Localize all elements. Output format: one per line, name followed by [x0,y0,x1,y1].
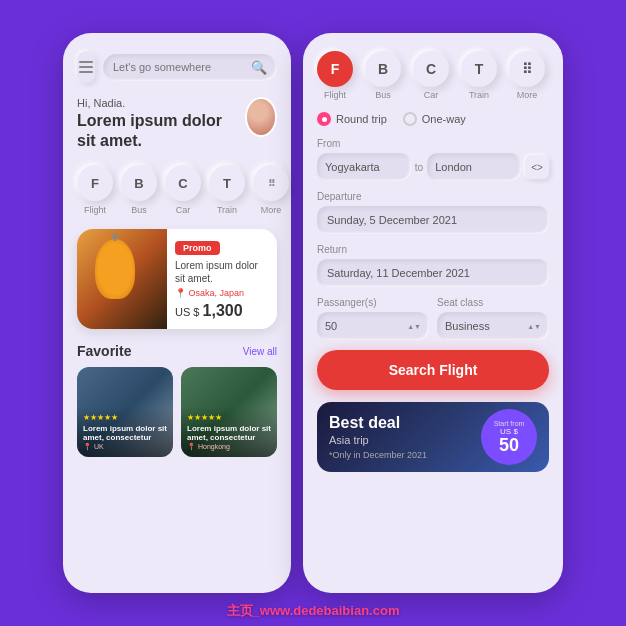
favorite-grid: ★★★★★ Lorem ipsum dolor sit amet, consec… [77,367,277,457]
flight-icon-circle[interactable]: F [77,165,113,201]
train-tab-label: Train [469,90,489,100]
bus-tab-label: Bus [375,90,391,100]
passengers-col: Passanger(s) 50 ▲▼ [317,297,429,340]
price-amount: 1,300 [203,302,243,319]
flight-label: Flight [84,205,106,215]
section-title: Favorite [77,343,131,359]
lantern-decoration [95,239,135,299]
departure-field[interactable]: Sunday, 5 December 2021 [317,206,549,234]
passengers-select[interactable]: 50 ▲▼ [317,312,429,340]
tab-more[interactable]: ⠿ More [509,51,545,100]
greeting-row: Hi, Nadia. Lorem ipsum dolor sit amet. [77,97,277,151]
seat-class-col: Seat class Business ▲▼ [437,297,549,340]
passengers-arrows[interactable]: ▲▼ [407,323,421,330]
watermark: 主页_www.dedebaibian.com [227,602,400,620]
swap-icon: <> [531,162,543,173]
promo-price: US $ 1,300 [175,302,269,320]
avatar [245,97,277,137]
cat-train[interactable]: T Train [209,165,245,215]
category-row: F Flight B Bus C Car T Train ⠿ More [77,165,277,215]
search-icon: 🔍 [251,60,267,75]
fav-stars-hk: ★★★★★ [187,413,271,422]
seat-class-select[interactable]: Business ▲▼ [437,312,549,340]
view-all-link[interactable]: View all [243,346,277,357]
search-flight-button[interactable]: Search Flight [317,350,549,390]
one-way-label: One-way [422,113,466,125]
more-icon-circle[interactable]: ⠿ [253,165,289,201]
nav-tabs: F Flight B Bus C Car T Train ⠿ More [317,51,549,100]
fav-name-hk: Lorem ipsum dolor sit amet, consectetur [187,424,271,443]
search-input[interactable] [113,61,251,73]
passengers-label: Passanger(s) [317,297,429,308]
bus-tab-circle[interactable]: B [365,51,401,87]
greeting-text: Hi, Nadia. [77,97,245,109]
flight-tab-circle[interactable]: F [317,51,353,87]
one-way-dot[interactable] [403,112,417,126]
favorite-section: Favorite View all ★★★★★ Lorem ipsum dolo… [77,343,277,457]
return-label: Return [317,244,549,255]
from-label: From [317,138,549,149]
train-tab-circle[interactable]: T [461,51,497,87]
bus-icon-circle[interactable]: B [121,165,157,201]
fav-location-uk: 📍 UK [83,443,167,451]
departure-label: Departure [317,191,549,202]
best-deal-price-circle: Start from US $ 50 [481,409,537,465]
return-field[interactable]: Saturday, 11 December 2021 [317,259,549,287]
trip-type-row: Round trip One-way [317,112,549,126]
hamburger-line [79,66,93,68]
car-tab-label: Car [424,90,439,100]
more-tab-circle[interactable]: ⠿ [509,51,545,87]
search-input-wrap[interactable]: 🔍 [103,54,277,81]
round-trip-radio[interactable]: Round trip [317,112,387,126]
seat-class-arrows[interactable]: ▲▼ [527,323,541,330]
tab-car[interactable]: C Car [413,51,449,100]
fav-card-hk[interactable]: ★★★★★ Lorem ipsum dolor sit amet, consec… [181,367,277,457]
fav-overlay-hk: ★★★★★ Lorem ipsum dolor sit amet, consec… [181,407,277,457]
promo-description: Lorem ipsum dolor sit amet. [175,259,269,285]
more-tab-label: More [517,90,538,100]
fav-name-uk: Lorem ipsum dolor sit amet, consectetur [83,424,167,443]
cat-car[interactable]: C Car [165,165,201,215]
search-bar: 🔍 [77,51,277,83]
section-header: Favorite View all [77,343,277,359]
tagline-text: Lorem ipsum dolor sit amet. [77,111,245,151]
hamburger-line [79,71,93,73]
tab-train[interactable]: T Train [461,51,497,100]
car-icon-circle[interactable]: C [165,165,201,201]
round-trip-dot[interactable] [317,112,331,126]
tab-bus[interactable]: B Bus [365,51,401,100]
price-currency: US $ [175,306,199,318]
fav-card-uk[interactable]: ★★★★★ Lorem ipsum dolor sit amet, consec… [77,367,173,457]
train-icon-circle[interactable]: T [209,165,245,201]
cat-more[interactable]: ⠿ More [253,165,289,215]
fav-overlay-uk: ★★★★★ Lorem ipsum dolor sit amet, consec… [77,407,173,457]
promo-content: Promo Lorem ipsum dolor sit amet. 📍 Osak… [167,229,277,329]
one-way-radio[interactable]: One-way [403,112,466,126]
from-to-row: Yogyakarta to London <> [317,153,549,181]
cat-flight[interactable]: F Flight [77,165,113,215]
cat-bus[interactable]: B Bus [121,165,157,215]
menu-button[interactable] [77,51,95,83]
to-field[interactable]: London [427,153,521,181]
round-trip-label: Round trip [336,113,387,125]
promo-location: 📍 Osaka, Japan [175,288,269,298]
right-phone: F Flight B Bus C Car T Train ⠿ More [303,33,563,593]
left-phone: 🔍 Hi, Nadia. Lorem ipsum dolor sit amet.… [63,33,291,593]
seat-class-value: Business [445,320,490,332]
avatar-image [247,99,275,135]
fav-location-hk: 📍 Hongkong [187,443,271,451]
passengers-seat-row: Passanger(s) 50 ▲▼ Seat class Business ▲… [317,297,549,340]
train-label: Train [217,205,237,215]
from-field[interactable]: Yogyakarta [317,153,411,181]
start-from-label: Start from [494,420,525,427]
car-tab-circle[interactable]: C [413,51,449,87]
promo-image [77,229,167,329]
tab-flight[interactable]: F Flight [317,51,353,100]
passengers-value: 50 [325,320,337,332]
promo-badge: Promo [175,241,220,255]
best-deal-card[interactable]: Best deal Asia trip *Only in December 20… [317,402,549,472]
swap-button[interactable]: <> [525,155,549,179]
hamburger-line [79,61,93,63]
promo-card[interactable]: Promo Lorem ipsum dolor sit amet. 📍 Osak… [77,229,277,329]
best-deal-amount: 50 [499,436,519,454]
